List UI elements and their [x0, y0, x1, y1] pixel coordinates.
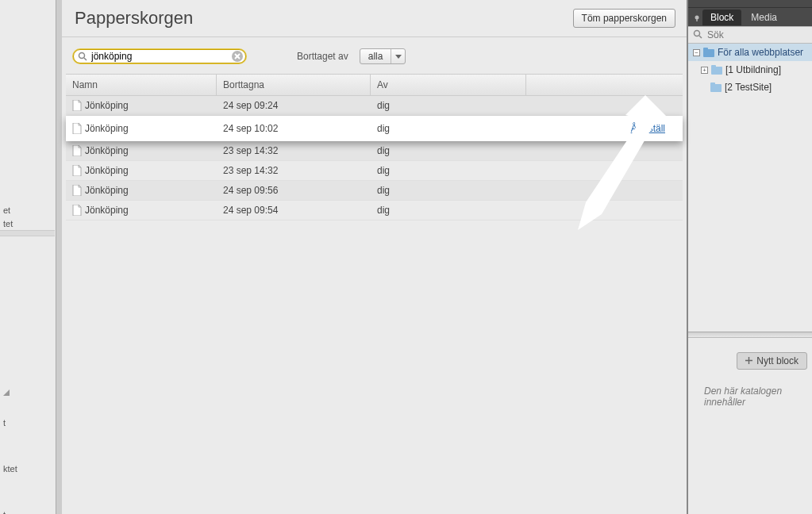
row-by: dig — [371, 96, 526, 115]
right-search[interactable] — [688, 26, 812, 44]
expand-icon[interactable]: + — [701, 67, 708, 74]
row-name: Jönköping — [85, 123, 129, 134]
row-deleted: 24 sep 09:54 — [217, 201, 371, 220]
page-icon — [72, 165, 82, 176]
chevron-down-icon — [391, 49, 405, 63]
page-icon — [72, 100, 82, 111]
svg-rect-14 — [711, 65, 716, 68]
page-icon — [72, 145, 82, 156]
table-row[interactable]: Jönköping23 sep 14:32dig — [66, 141, 683, 161]
left-item[interactable]: t — [0, 416, 53, 430]
folder-icon — [710, 82, 722, 92]
filter-bar: Borttaget av alla — [62, 37, 687, 74]
svg-point-9 — [695, 30, 700, 36]
left-item[interactable]: tet — [0, 217, 53, 231]
svg-line-10 — [699, 36, 702, 38]
left-item[interactable]: ktet — [0, 462, 53, 476]
right-lower: Nytt block Den här katalogen innehåller — [688, 338, 812, 514]
row-deleted: 23 sep 14:32 — [217, 141, 371, 160]
left-drag-handle[interactable] — [0, 386, 53, 400]
trash-table: Namn Borttagna Av Jönköping24 sep 09:24d… — [66, 74, 683, 221]
row-by: dig — [371, 201, 526, 220]
tree-node[interactable]: [2 TestSite] — [688, 79, 812, 96]
main-panel: Papperskorgen Töm papperskorgen Borttage… — [62, 0, 687, 514]
tree-root-label: För alla webbplatser — [718, 47, 803, 58]
right-tabs: Block Media — [688, 8, 812, 26]
clear-search-icon[interactable] — [232, 51, 243, 62]
svg-point-1 — [79, 53, 85, 59]
svg-line-2 — [84, 58, 87, 60]
new-block-label: Nytt block — [756, 355, 799, 366]
row-deleted: 24 sep 09:56 — [217, 181, 371, 200]
row-deleted: 23 sep 14:32 — [217, 161, 371, 180]
row-by: dig — [371, 181, 526, 200]
right-search-input[interactable] — [706, 29, 812, 41]
row-by: dig — [371, 119, 526, 138]
left-gutter — [56, 0, 62, 514]
table-header: Namn Borttagna Av — [66, 75, 683, 96]
svg-rect-8 — [696, 18, 697, 21]
page-icon — [72, 123, 82, 134]
empty-folder-message: Den här katalogen innehåller — [704, 386, 812, 408]
empty-trash-button[interactable]: Töm papperskorgen — [573, 9, 675, 28]
row-name: Jönköping — [85, 185, 129, 196]
row-by: dig — [371, 141, 526, 160]
panel-splitter[interactable] — [688, 332, 812, 338]
left-sidebar: et tet t ktet t — [0, 0, 62, 514]
table-row[interactable]: Jönköping23 sep 14:32dig — [66, 161, 683, 181]
right-panel: Block Media − För alla webbplatser + — [687, 0, 812, 514]
page-title: Papperskorgen — [75, 8, 193, 29]
tree-node-label: [1 Utbildning] — [725, 64, 781, 75]
svg-rect-16 — [710, 82, 715, 86]
row-name: Jönköping — [85, 100, 129, 111]
left-item[interactable]: t — [0, 508, 53, 514]
title-bar: Papperskorgen Töm papperskorgen — [62, 0, 687, 37]
col-name[interactable]: Namn — [66, 75, 217, 95]
col-by[interactable]: Av — [371, 75, 526, 95]
new-block-button[interactable]: Nytt block — [737, 352, 807, 370]
table-row[interactable]: Jönköping24 sep 10:02digÅterställ — [66, 116, 683, 141]
asset-tree: − För alla webbplatser + [1 Utbildning] … — [688, 44, 812, 96]
folder-icon — [711, 65, 722, 75]
row-by: dig — [371, 161, 526, 180]
svg-rect-12 — [703, 48, 708, 51]
tree-node-label: [2 TestSite] — [725, 82, 772, 93]
left-item[interactable]: et — [0, 203, 53, 217]
row-name: Jönköping — [85, 165, 129, 176]
folder-icon — [703, 48, 714, 57]
table-row[interactable]: Jönköping24 sep 09:56dig — [66, 181, 683, 201]
page-icon — [72, 185, 82, 196]
search-input[interactable] — [73, 49, 246, 63]
table-row[interactable]: Jönköping24 sep 09:24dig — [66, 96, 683, 116]
table-row[interactable]: Jönköping24 sep 09:54dig — [66, 201, 683, 221]
col-deleted[interactable]: Borttagna — [217, 75, 371, 95]
row-name: Jönköping — [85, 145, 129, 156]
row-deleted: 24 sep 10:02 — [217, 119, 371, 138]
tab-media[interactable]: Media — [743, 10, 785, 25]
search-icon — [693, 29, 702, 41]
pin-icon[interactable] — [693, 13, 701, 21]
deleted-by-label: Borttaget av — [297, 51, 348, 62]
collapse-icon[interactable]: − — [693, 49, 700, 56]
row-name: Jönköping — [85, 205, 129, 216]
tree-root[interactable]: − För alla webbplatser — [688, 44, 812, 61]
tab-block[interactable]: Block — [702, 10, 741, 25]
tree-node[interactable]: + [1 Utbildning] — [688, 61, 812, 79]
svg-marker-5 — [395, 55, 402, 59]
deleted-by-dropdown[interactable]: alla — [360, 48, 406, 64]
left-item-selected[interactable] — [0, 230, 55, 236]
page-icon — [72, 205, 82, 216]
search-icon — [78, 52, 87, 61]
dropdown-value: alla — [360, 51, 391, 62]
row-deleted: 24 sep 09:24 — [217, 96, 371, 115]
search-field[interactable] — [73, 49, 246, 63]
svg-marker-0 — [3, 389, 10, 396]
restore-link[interactable]: Återställ — [631, 123, 676, 134]
plus-icon — [745, 355, 752, 366]
col-actions — [526, 75, 683, 95]
right-top-strip — [688, 0, 812, 8]
